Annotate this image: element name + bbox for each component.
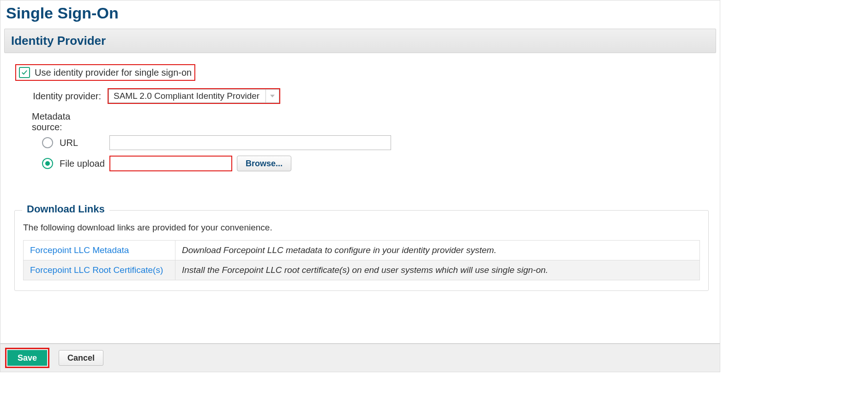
cancel-button[interactable]: Cancel xyxy=(59,350,103,366)
download-links-fieldset: Download Links The following download li… xyxy=(14,210,709,291)
idp-label: Identity provider: xyxy=(32,91,101,102)
browse-button[interactable]: Browse... xyxy=(237,156,291,171)
file-upload-radio[interactable] xyxy=(42,158,53,169)
idp-row: Identity provider: SAML 2.0 Compliant Id… xyxy=(32,88,712,104)
page-container: Single Sign-On Identity Provider Use ide… xyxy=(0,0,720,344)
file-option-row: File upload Browse... xyxy=(42,156,712,171)
url-input[interactable] xyxy=(109,135,391,150)
root-cert-link[interactable]: Forcepoint LLC Root Certificate(s) xyxy=(30,265,163,275)
download-links-table: Forcepoint LLC Metadata Download Forcepo… xyxy=(23,240,700,280)
download-links-legend: Download Links xyxy=(22,203,109,215)
download-links-desc: The following download links are provide… xyxy=(23,223,700,233)
download-link-cell: Forcepoint LLC Root Certificate(s) xyxy=(24,260,175,280)
highlight-save: Save xyxy=(5,348,49,368)
section-title: Identity Provider xyxy=(11,34,709,48)
file-upload-input[interactable] xyxy=(110,157,231,170)
url-radio-label: URL xyxy=(60,138,109,148)
metadata-source-row: Metadata source: xyxy=(32,111,712,133)
highlight-idp-dropdown: SAML 2.0 Compliant Identity Provider xyxy=(108,88,280,104)
use-idp-row: Use identity provider for single sign-on xyxy=(15,64,712,81)
page-title: Single Sign-On xyxy=(6,4,720,22)
idp-selected: SAML 2.0 Compliant Identity Provider xyxy=(109,90,265,103)
download-desc-cell: Download Forcepoint LLC metadata to conf… xyxy=(175,241,700,260)
table-row: Forcepoint LLC Metadata Download Forcepo… xyxy=(24,241,700,260)
section-header: Identity Provider xyxy=(4,29,716,53)
download-desc-cell: Install the Forcepoint LLC root certific… xyxy=(175,260,700,280)
highlight-file-input xyxy=(109,156,232,171)
save-button[interactable]: Save xyxy=(7,350,47,366)
form-content: Use identity provider for single sign-on… xyxy=(0,53,720,182)
metadata-source-label: Metadata source: xyxy=(32,111,101,133)
footer-bar: Save Cancel xyxy=(0,344,720,372)
file-upload-label: File upload xyxy=(60,158,109,169)
check-icon xyxy=(21,69,28,76)
use-idp-label: Use identity provider for single sign-on xyxy=(35,67,192,78)
chevron-down-icon xyxy=(270,94,275,98)
url-option-row: URL xyxy=(42,135,712,150)
download-link-cell: Forcepoint LLC Metadata xyxy=(24,241,175,260)
idp-dropdown[interactable]: SAML 2.0 Compliant Identity Provider xyxy=(108,89,279,103)
table-row: Forcepoint LLC Root Certificate(s) Insta… xyxy=(24,260,700,280)
dropdown-button[interactable] xyxy=(265,90,279,103)
metadata-link[interactable]: Forcepoint LLC Metadata xyxy=(30,245,129,255)
url-radio[interactable] xyxy=(42,137,53,148)
highlight-use-idp: Use identity provider for single sign-on xyxy=(15,64,195,81)
use-idp-checkbox[interactable] xyxy=(19,67,30,78)
